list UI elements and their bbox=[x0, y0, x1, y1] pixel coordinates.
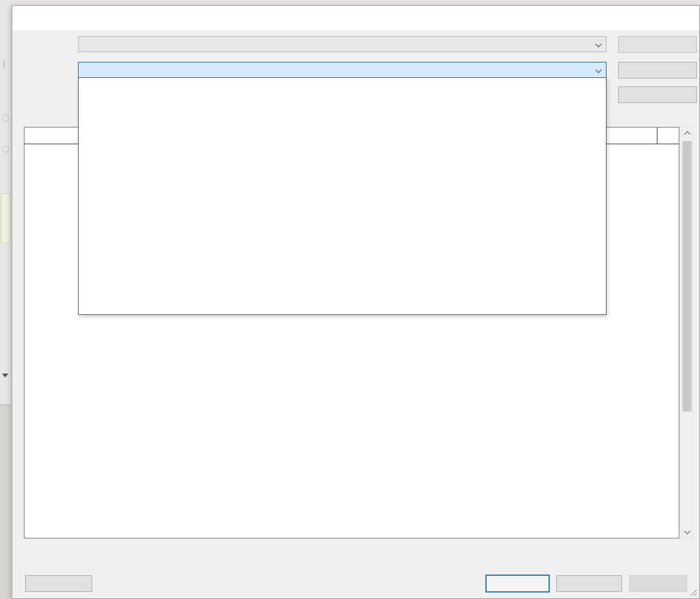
cursor-ibeam-icon: I bbox=[3, 59, 8, 73]
close-icon[interactable] bbox=[676, 9, 693, 26]
type-combobox[interactable] bbox=[78, 62, 607, 78]
chevron-down-icon bbox=[596, 42, 601, 47]
duplicate-button[interactable] bbox=[618, 62, 697, 79]
ok-button[interactable] bbox=[485, 575, 550, 593]
type-properties-dialog bbox=[12, 5, 700, 599]
scrollbar-thumb[interactable] bbox=[683, 141, 692, 412]
preview-button[interactable] bbox=[25, 575, 92, 592]
type-dropdown-list bbox=[78, 77, 607, 315]
table-scrollbar[interactable] bbox=[681, 127, 693, 538]
resize-grip[interactable] bbox=[690, 589, 697, 596]
apply-button bbox=[629, 575, 687, 592]
background-app-left-strip: I bbox=[0, 0, 12, 599]
load-button bbox=[618, 36, 697, 53]
background-circle-icon bbox=[2, 115, 9, 122]
background-panel-fragment bbox=[0, 404, 11, 599]
rename-button[interactable] bbox=[618, 86, 697, 103]
background-ribbon-strip bbox=[12, 0, 700, 5]
dropdown-arrow-fragment-icon bbox=[2, 374, 8, 377]
equals-column-header[interactable] bbox=[657, 128, 679, 144]
dialog-titlebar[interactable] bbox=[12, 6, 699, 30]
background-circle-icon bbox=[2, 146, 9, 153]
scroll-down-icon[interactable] bbox=[682, 527, 692, 538]
scroll-up-icon[interactable] bbox=[682, 128, 692, 138]
background-button-fragment bbox=[1, 193, 10, 243]
chevron-down-icon bbox=[596, 68, 601, 73]
family-combobox[interactable] bbox=[78, 36, 607, 52]
cancel-button[interactable] bbox=[556, 575, 622, 592]
